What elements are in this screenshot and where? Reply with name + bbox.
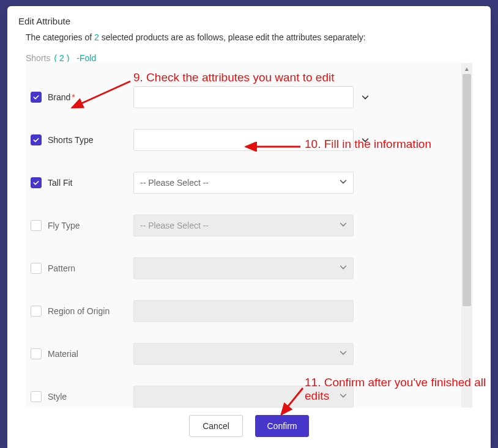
checkbox-region[interactable] <box>31 306 42 317</box>
control-shorts-type <box>133 129 354 151</box>
intro-count: 2 <box>94 32 99 42</box>
control-brand <box>133 86 354 108</box>
cancel-button[interactable]: Cancel <box>189 415 243 437</box>
label-brand-text: Brand <box>48 92 70 102</box>
intro-after: selected products are as follows, please… <box>99 32 366 42</box>
control-material <box>133 343 354 365</box>
control-region <box>133 300 354 322</box>
edit-attribute-modal: Edit Attribute The categories of 2 selec… <box>7 6 491 448</box>
checkbox-pattern[interactable] <box>31 263 42 274</box>
required-asterisk: * <box>72 92 75 102</box>
intro-text: The categories of 2 selected products ar… <box>26 32 472 42</box>
check-icon <box>32 136 40 144</box>
select-fly-type: -- Please Select -- <box>133 215 354 237</box>
modal-title: Edit Attribute <box>18 16 480 26</box>
label-material: Material <box>48 349 133 359</box>
select-material <box>133 343 354 365</box>
select-style <box>133 386 354 408</box>
label-shorts-type: Shorts Type <box>48 135 133 145</box>
input-region <box>133 300 354 322</box>
chevron-down-icon[interactable] <box>360 92 371 103</box>
scroll-up-icon[interactable]: ▲ <box>461 63 472 74</box>
label-pattern: Pattern <box>48 263 133 273</box>
attr-row-region: Region of Origin <box>31 300 449 322</box>
scrollbar[interactable]: ▲ <box>461 63 472 408</box>
check-icon <box>32 179 40 186</box>
control-pattern <box>133 257 354 279</box>
select-pattern <box>133 257 354 279</box>
checkbox-tall-fit[interactable] <box>31 177 42 188</box>
scroll-wrap: Brand* Shorts Type <box>26 63 472 408</box>
attr-row-pattern: Pattern <box>31 257 449 279</box>
control-tall-fit: -- Please Select -- <box>133 172 354 194</box>
control-fly-type: -- Please Select -- <box>133 215 354 237</box>
modal-footer: Cancel Confirm <box>7 408 491 448</box>
modal-body: The categories of 2 selected products ar… <box>7 32 491 408</box>
attr-row-tall-fit: Tall Fit -- Please Select -- <box>31 172 449 194</box>
label-style: Style <box>48 392 133 402</box>
checkbox-style[interactable] <box>31 391 42 402</box>
checkbox-shorts-type[interactable] <box>31 134 42 145</box>
input-brand[interactable] <box>133 86 354 108</box>
label-fly-type: Fly Type <box>48 221 133 230</box>
modal-header: Edit Attribute <box>7 6 491 32</box>
attr-row-style: Style <box>31 386 449 408</box>
attr-row-fly-type: Fly Type -- Please Select -- <box>31 215 449 237</box>
attr-row-brand: Brand* <box>31 86 449 108</box>
checkbox-material[interactable] <box>31 348 42 359</box>
attr-row-shorts-type: Shorts Type <box>31 129 449 151</box>
checkbox-brand[interactable] <box>31 92 42 103</box>
select-tall-fit[interactable]: -- Please Select -- <box>133 172 354 194</box>
input-shorts-type[interactable] <box>133 129 354 151</box>
attribute-panel: Brand* Shorts Type <box>26 62 461 408</box>
attr-row-material: Material <box>31 343 449 365</box>
label-tall-fit: Tall Fit <box>48 178 133 188</box>
chevron-down-icon[interactable] <box>360 134 371 145</box>
label-region: Region of Origin <box>48 306 133 316</box>
intro-before: The categories of <box>26 32 94 42</box>
check-icon <box>32 94 40 101</box>
label-brand: Brand* <box>48 92 133 102</box>
scroll-thumb[interactable] <box>463 74 471 306</box>
control-style <box>133 386 354 408</box>
confirm-button[interactable]: Confirm <box>255 415 309 437</box>
checkbox-fly-type[interactable] <box>31 220 42 231</box>
